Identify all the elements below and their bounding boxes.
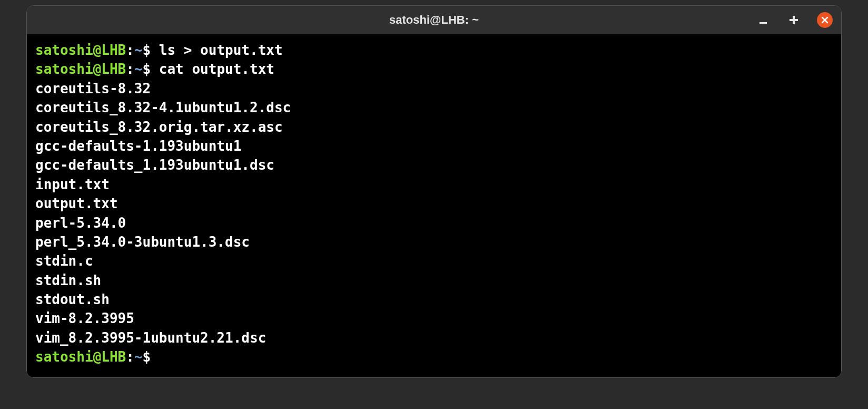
terminal-line: satoshi@LHB:~$ cat output.txt [35,60,833,79]
titlebar: satoshi@LHB: ~ [27,6,841,34]
terminal-line: coreutils_8.32.orig.tar.xz.asc [35,118,833,137]
terminal-line: satoshi@LHB:~$ ls > output.txt [35,41,833,60]
terminal-line: stdin.sh [35,271,833,290]
svg-rect-2 [790,19,798,21]
terminal-line: vim-8.2.3995 [35,309,833,328]
output-text: coreutils-8.32 [35,81,151,96]
prompt-colon: : [126,349,134,365]
terminal-line: perl-5.34.0 [35,213,833,232]
terminal-line: coreutils-8.32 [35,79,833,98]
output-text: stdin.sh [35,272,101,288]
terminal-body[interactable]: satoshi@LHB:~$ ls > output.txtsatoshi@LH… [27,34,841,377]
maximize-button[interactable] [786,13,801,27]
output-text: perl_5.34.0-3ubuntu1.3.dsc [35,234,250,250]
command-text: cat output.txt [159,61,274,77]
prompt-colon: : [126,61,134,77]
output-text: stdout.sh [35,291,110,307]
prompt-path: ~ [134,42,143,58]
prompt-user-host: satoshi@LHB [35,42,126,58]
terminal-line: gcc-defaults-1.193ubuntu1 [35,137,833,155]
terminal-line: vim_8.2.3995-1ubuntu2.21.dsc [35,328,833,347]
output-text: gcc-defaults_1.193ubuntu1.dsc [35,157,274,173]
prompt-dollar: $ [143,61,159,77]
prompt-colon: : [126,42,134,58]
prompt-dollar: $ [143,42,159,58]
window-title: satoshi@LHB: ~ [389,13,479,27]
svg-rect-0 [760,22,767,24]
output-text: input.txt [35,177,110,192]
output-text: vim-8.2.3995 [35,310,134,326]
prompt-user-host: satoshi@LHB [35,349,126,365]
terminal-line: stdout.sh [35,290,833,309]
terminal-line: satoshi@LHB:~$ [35,347,833,366]
output-text: coreutils_8.32.orig.tar.xz.asc [35,119,283,135]
window-controls [756,12,833,28]
minimize-icon [758,15,768,25]
close-button[interactable] [817,12,833,28]
command-text: ls > output.txt [159,42,283,58]
close-icon [821,16,829,24]
minimize-button[interactable] [756,13,771,27]
output-text: coreutils_8.32-4.1ubuntu1.2.dsc [35,100,291,115]
plus-icon [788,15,799,25]
terminal-line: output.txt [35,194,833,213]
output-text: gcc-defaults-1.193ubuntu1 [35,138,241,154]
output-text: vim_8.2.3995-1ubuntu2.21.dsc [35,330,266,346]
output-text: stdin.c [35,253,93,269]
terminal-window: satoshi@LHB: ~ satoshi@LHB:~$ l [26,5,842,378]
output-text: output.txt [35,196,118,211]
terminal-line: perl_5.34.0-3ubuntu1.3.dsc [35,232,833,251]
prompt-path: ~ [134,349,143,365]
terminal-line: gcc-defaults_1.193ubuntu1.dsc [35,155,833,174]
terminal-line: coreutils_8.32-4.1ubuntu1.2.dsc [35,98,833,117]
output-text: perl-5.34.0 [35,215,126,231]
prompt-dollar: $ [143,349,159,365]
terminal-line: input.txt [35,175,833,194]
prompt-path: ~ [134,61,143,77]
prompt-user-host: satoshi@LHB [35,61,126,77]
terminal-line: stdin.c [35,251,833,270]
